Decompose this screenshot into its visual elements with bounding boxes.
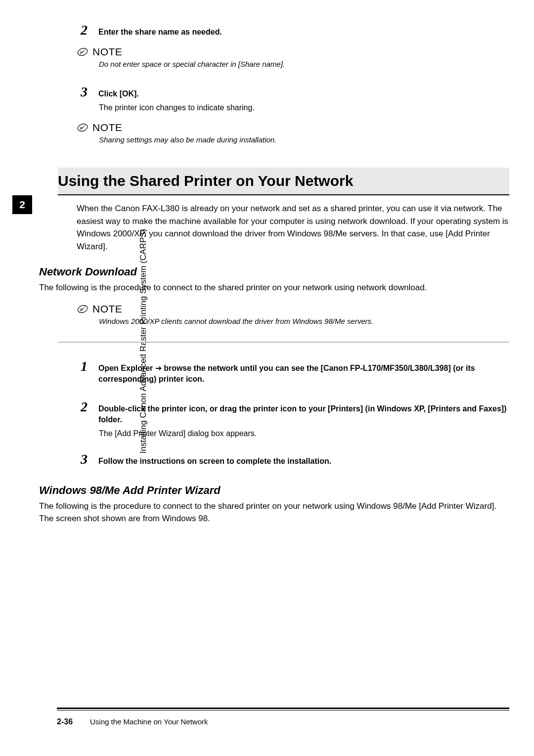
arrow-icon: ➔ bbox=[155, 364, 162, 372]
step-instruction: Click [OK]. bbox=[98, 89, 139, 99]
step-body: The [Add Printer Wizard] dialog box appe… bbox=[99, 428, 509, 440]
step-instruction: Enter the share name as needed. bbox=[98, 27, 222, 38]
note-icon bbox=[77, 122, 89, 133]
chapter-tab: 2 bbox=[12, 195, 32, 214]
nd-step-2-row: 2 Double-click the printer icon, or drag… bbox=[77, 399, 509, 426]
nd-step-3-row: 3 Follow the instructions on screen to c… bbox=[77, 451, 509, 467]
step-2-row: 2 Enter the share name as needed. bbox=[77, 22, 509, 38]
sub-intro: The following is the procedure to connec… bbox=[39, 281, 509, 294]
step-number: 3 bbox=[77, 84, 88, 100]
note-icon bbox=[77, 303, 89, 315]
section-heading: Using the Shared Printer on Your Network bbox=[58, 168, 509, 195]
step-number: 1 bbox=[77, 358, 88, 374]
subheading-win98: Windows 98/Me Add Printer Wizard bbox=[39, 484, 509, 497]
note-block: NOTE Windows 2000/XP clients cannot down… bbox=[77, 303, 509, 327]
footer-text: Using the Machine on Your Network bbox=[90, 717, 208, 726]
step-text-pre: Open Explorer bbox=[98, 364, 155, 372]
step-number: 2 bbox=[77, 22, 88, 38]
step-instruction: Open Explorer ➔ browse the network until… bbox=[98, 363, 509, 385]
chapter-number: 2 bbox=[19, 199, 25, 211]
note-icon bbox=[77, 46, 89, 58]
step-body: The printer icon changes to indicate sha… bbox=[99, 102, 509, 114]
footer-rule-thin bbox=[57, 710, 509, 711]
sub-intro: The following is the procedure to connec… bbox=[39, 500, 509, 525]
note-label: NOTE bbox=[92, 46, 122, 58]
step-number: 2 bbox=[77, 399, 88, 415]
page-number: 2-36 bbox=[57, 717, 73, 726]
page-footer: 2-36 Using the Machine on Your Network bbox=[57, 717, 208, 726]
step-3-row: 3 Click [OK]. bbox=[77, 84, 509, 100]
note-label: NOTE bbox=[92, 122, 122, 133]
note-text: Windows 2000/XP clients cannot download … bbox=[99, 316, 509, 327]
section-intro: When the Canon FAX-L380 is already on yo… bbox=[77, 202, 509, 253]
note-text: Sharing settings may also be made during… bbox=[99, 134, 509, 146]
note-text: Do not enter space or special character … bbox=[99, 59, 509, 70]
step-number: 3 bbox=[77, 451, 88, 467]
nd-step-1-row: 1 Open Explorer ➔ browse the network unt… bbox=[77, 358, 509, 385]
subheading-network-download: Network Download bbox=[39, 266, 509, 278]
footer-rule-thick bbox=[57, 708, 509, 709]
step-instruction: Follow the instructions on screen to com… bbox=[98, 456, 331, 467]
step-instruction: Double-click the printer icon, or drag t… bbox=[98, 403, 509, 426]
note-block: NOTE Do not enter space or special chara… bbox=[77, 46, 509, 70]
note-block: NOTE Sharing settings may also be made d… bbox=[77, 122, 509, 146]
divider bbox=[58, 342, 509, 343]
note-label: NOTE bbox=[92, 303, 122, 315]
